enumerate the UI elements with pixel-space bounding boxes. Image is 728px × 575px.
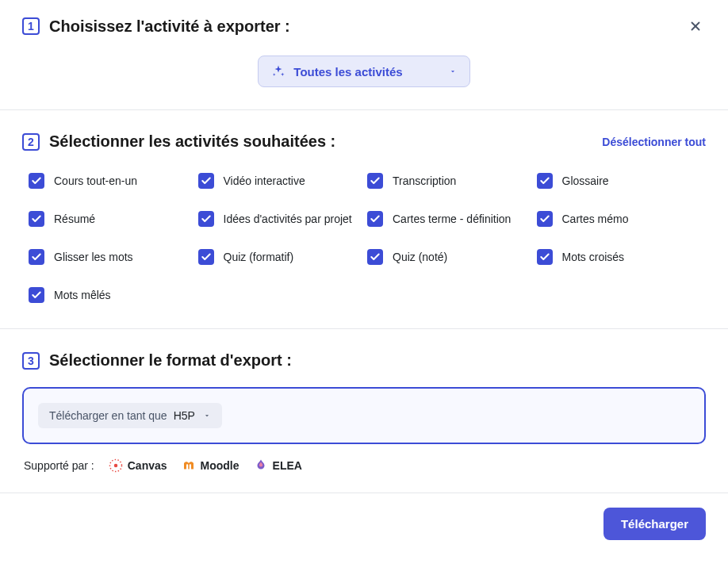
- platform-canvas-label: Canvas: [128, 459, 167, 472]
- checkbox-box: [537, 249, 553, 265]
- activity-checkbox[interactable]: Quiz (noté): [367, 249, 537, 265]
- checkbox-box: [367, 249, 383, 265]
- checkbox-label: Transcription: [393, 174, 456, 188]
- step2-number: 2: [22, 133, 40, 151]
- activity-checkbox[interactable]: Glisser les mots: [29, 249, 198, 265]
- activity-dropdown-label: Toutes les activités: [293, 65, 402, 79]
- checkbox-box: [537, 173, 553, 189]
- step3-title-group: 3 Sélectionner le format d'export :: [22, 351, 706, 370]
- checkbox-box: [29, 173, 44, 189]
- checkbox-label: Mots croisés: [562, 250, 625, 264]
- checkbox-label: Résumé: [54, 212, 95, 226]
- checkbox-label: Cartes mémo: [562, 212, 629, 226]
- checkbox-label: Idées d'activités par projet: [224, 212, 352, 226]
- activity-checkbox[interactable]: Cartes mémo: [537, 211, 707, 227]
- close-icon: [688, 19, 703, 33]
- step3-heading: Sélectionner le format d'export :: [49, 351, 292, 370]
- platform-elea: ELEA: [254, 458, 302, 473]
- caret-down-icon: [203, 412, 211, 420]
- activity-checkbox[interactable]: Glossaire: [537, 173, 707, 189]
- checkbox-box: [537, 211, 553, 227]
- activity-checkbox[interactable]: Mots mêlés: [29, 287, 198, 303]
- checkbox-label: Glossaire: [562, 174, 609, 188]
- step2-heading: Sélectionner les activités souhaitées :: [49, 132, 335, 151]
- activity-checkbox[interactable]: Transcription: [367, 173, 537, 189]
- step2-header: 2 Sélectionner les activités souhaitées …: [22, 132, 706, 151]
- close-button[interactable]: [685, 16, 706, 36]
- checkbox-label: Mots mêlés: [54, 288, 111, 302]
- deselect-all-button[interactable]: Désélectionner tout: [602, 136, 706, 148]
- section-select-activities: 2 Sélectionner les activités souhaitées …: [0, 110, 728, 329]
- checkbox-box: [29, 249, 44, 265]
- checkbox-label: Quiz (noté): [393, 250, 447, 264]
- step1-heading: Choisissez l'activité à exporter :: [49, 17, 290, 36]
- checkbox-label: Cartes terme - définition: [393, 212, 511, 226]
- caret-down-icon: [449, 67, 457, 75]
- canvas-icon: [109, 458, 123, 473]
- step3-number: 3: [22, 352, 40, 370]
- moodle-icon: [182, 458, 196, 473]
- activity-dropdown[interactable]: Toutes les activités: [258, 56, 469, 87]
- activity-checkbox[interactable]: Mots croisés: [537, 249, 707, 265]
- activity-checkbox[interactable]: Idées d'activités par projet: [198, 211, 368, 227]
- elea-icon: [254, 458, 268, 473]
- section-export-format: 3 Sélectionner le format d'export : Télé…: [0, 329, 728, 493]
- checkbox-box: [198, 211, 214, 227]
- checkbox-label: Quiz (formatif): [224, 250, 294, 264]
- platform-moodle-label: Moodle: [201, 459, 239, 472]
- supported-label: Supporté par :: [24, 459, 94, 472]
- checkbox-box: [198, 173, 214, 189]
- svg-point-3: [113, 464, 117, 468]
- platform-moodle: Moodle: [182, 458, 239, 473]
- download-button[interactable]: Télécharger: [603, 508, 706, 540]
- step2-title-group: 2 Sélectionner les activités souhaitées …: [22, 132, 335, 151]
- activity-checkbox[interactable]: Résumé: [29, 211, 198, 227]
- activity-checkbox[interactable]: Cartes terme - définition: [367, 211, 537, 227]
- format-prefix: Télécharger en tant que: [49, 409, 167, 422]
- checkbox-box: [29, 211, 44, 227]
- step1-header: 1 Choisissez l'activité à exporter :: [22, 16, 706, 36]
- checkbox-box: [367, 173, 383, 189]
- checkbox-box: [29, 287, 44, 303]
- section-choose-activity: 1 Choisissez l'activité à exporter : Tou…: [0, 0, 728, 110]
- format-select[interactable]: Télécharger en tant que H5P: [38, 403, 222, 428]
- activity-grid: Cours tout-en-unVidéo interactiveTranscr…: [22, 173, 706, 303]
- activity-checkbox[interactable]: Quiz (formatif): [198, 249, 368, 265]
- platform-canvas: Canvas: [109, 458, 167, 473]
- format-card: Télécharger en tant que H5P: [22, 387, 706, 444]
- checkbox-label: Glisser les mots: [54, 250, 133, 264]
- activity-dropdown-row: Toutes les activités: [22, 56, 706, 87]
- platform-elea-label: ELEA: [273, 459, 302, 472]
- sparkle-icon: [271, 64, 285, 79]
- supported-row: Supporté par : Canvas Moodle ELEA: [22, 458, 706, 473]
- checkbox-label: Cours tout-en-un: [54, 174, 137, 188]
- step1-number: 1: [22, 17, 40, 35]
- step1-title-group: 1 Choisissez l'activité à exporter :: [22, 17, 290, 36]
- checkbox-label: Vidéo interactive: [224, 174, 305, 188]
- checkbox-box: [367, 211, 383, 227]
- footer: Télécharger: [0, 493, 728, 554]
- activity-checkbox[interactable]: Cours tout-en-un: [29, 173, 198, 189]
- checkbox-box: [198, 249, 214, 265]
- activity-checkbox[interactable]: Vidéo interactive: [198, 173, 368, 189]
- format-value: H5P: [174, 409, 195, 422]
